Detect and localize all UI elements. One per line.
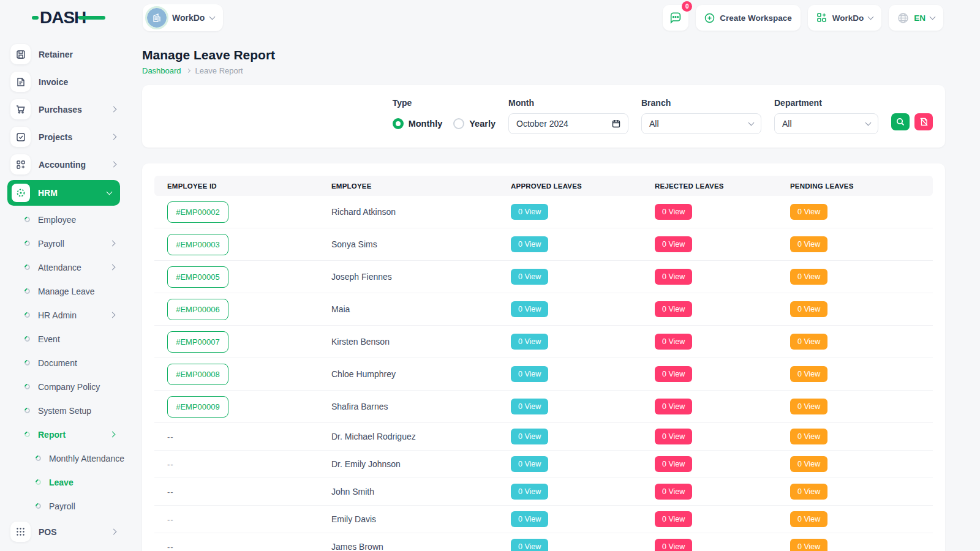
pending-leaves-badge[interactable]: 0 View	[790, 399, 827, 414]
sidebar-item-leave[interactable]: Leave	[7, 470, 132, 494]
sidebar-item-accounting[interactable]: Accounting	[7, 151, 132, 178]
rejected-leaves-badge[interactable]: 0 View	[655, 539, 692, 551]
create-workspace-button[interactable]: Create Workspace	[696, 5, 801, 31]
approved-leaves-badge[interactable]: 0 View	[511, 334, 548, 350]
department-value: All	[782, 119, 866, 129]
rejected-leaves-badge[interactable]: 0 View	[655, 301, 692, 317]
pending-leaves-badge[interactable]: 0 View	[790, 484, 827, 500]
branch-value: All	[649, 119, 749, 129]
approved-leaves-badge[interactable]: 0 View	[511, 484, 548, 500]
approved-leaves-badge[interactable]: 0 View	[511, 429, 548, 444]
employee-name: Chloe Humphrey	[318, 369, 498, 379]
sidebar-item-attendance[interactable]: Attendance	[7, 255, 132, 279]
employee-name: Dr. Emily Johnson	[318, 459, 498, 469]
pending-leaves-badge[interactable]: 0 View	[790, 301, 827, 317]
rejected-leaves-badge[interactable]: 0 View	[655, 511, 692, 527]
pending-leaves-badge[interactable]: 0 View	[790, 334, 827, 350]
sidebar-item-manage-leave[interactable]: Manage Leave	[7, 279, 132, 303]
approved-leaves-badge[interactable]: 0 View	[511, 301, 548, 317]
chevron-right-icon	[110, 264, 116, 271]
department-label: Department	[774, 98, 878, 108]
logo-dash-right	[78, 16, 105, 20]
bullet-icon	[23, 287, 31, 295]
approved-leaves-badge[interactable]: 0 View	[511, 204, 548, 220]
month-input[interactable]: October 2024	[508, 113, 628, 134]
globe-icon	[897, 12, 909, 24]
reset-filter-button[interactable]	[914, 113, 933, 130]
approved-leaves-badge[interactable]: 0 View	[511, 539, 548, 551]
approved-leaves-badge[interactable]: 0 View	[511, 269, 548, 285]
approved-leaves-badge[interactable]: 0 View	[511, 236, 548, 252]
sidebar-item-hr-admin[interactable]: HR Admin	[7, 303, 132, 327]
chevron-right-icon	[110, 432, 116, 438]
main-content: Manage Leave Report Dashboard Leave Repo…	[142, 36, 945, 551]
approved-leaves-badge[interactable]: 0 View	[511, 366, 548, 382]
employee-id-button[interactable]: #EMP00006	[167, 299, 228, 320]
sidebar-item-event[interactable]: Event	[7, 327, 132, 351]
rejected-leaves-badge[interactable]: 0 View	[655, 399, 692, 414]
employee-id-button[interactable]: #EMP00002	[167, 201, 228, 223]
employee-id-button[interactable]: #EMP00005	[167, 266, 228, 288]
sidebar-item-report[interactable]: Report	[7, 422, 132, 446]
rejected-leaves-badge[interactable]: 0 View	[655, 366, 692, 382]
sidebar-item-pos[interactable]: POS	[7, 518, 132, 545]
sidebar-item-report-payroll[interactable]: Payroll	[7, 494, 132, 518]
breadcrumb-dashboard-link[interactable]: Dashboard	[142, 66, 181, 75]
apps-menu-button[interactable]: WorkDo	[808, 5, 882, 31]
table-row: #EMP00009 Shafira Barnes 0 View 0 View 0…	[154, 391, 933, 423]
rejected-leaves-badge[interactable]: 0 View	[655, 269, 692, 285]
employee-id-button[interactable]: #EMP00009	[167, 396, 228, 418]
approved-leaves-badge[interactable]: 0 View	[511, 399, 548, 414]
rejected-leaves-badge[interactable]: 0 View	[655, 429, 692, 444]
rejected-leaves-badge[interactable]: 0 View	[655, 204, 692, 220]
rejected-leaves-badge[interactable]: 0 View	[655, 334, 692, 350]
sidebar-item-system-setup[interactable]: System Setup	[7, 399, 132, 422]
messages-button[interactable]: 0	[663, 5, 688, 31]
table-row: -- John Smith 0 View 0 View 0 View	[154, 478, 933, 506]
calendar-icon	[612, 119, 620, 128]
brand-logo[interactable]: DASH	[32, 9, 105, 27]
employee-id-button[interactable]: #EMP00003	[167, 234, 228, 255]
sidebar-item-hrm[interactable]: HRM	[7, 180, 120, 206]
pending-leaves-badge[interactable]: 0 View	[790, 204, 827, 220]
pending-leaves-badge[interactable]: 0 View	[790, 429, 827, 444]
sidebar-item-employee[interactable]: Employee	[7, 208, 132, 231]
yearly-radio[interactable]: Yearly	[453, 118, 496, 129]
workspace-switcher[interactable]: WorkDo	[143, 4, 223, 31]
pending-leaves-badge[interactable]: 0 View	[790, 236, 827, 252]
rejected-leaves-badge[interactable]: 0 View	[655, 484, 692, 500]
search-button[interactable]	[891, 113, 910, 130]
sidebar-item-payroll[interactable]: Payroll	[7, 231, 132, 255]
department-select[interactable]: All	[774, 113, 878, 134]
monthly-radio[interactable]: Monthly	[393, 118, 443, 129]
employee-id-button[interactable]: #EMP00008	[167, 364, 228, 385]
language-selector[interactable]: EN	[889, 5, 943, 31]
monthly-radio-label: Monthly	[409, 119, 443, 129]
table-row: -- Dr. Emily Johnson 0 View 0 View 0 Vie…	[154, 451, 933, 478]
check-square-icon	[10, 127, 31, 147]
pending-leaves-badge[interactable]: 0 View	[790, 366, 827, 382]
pending-leaves-badge[interactable]: 0 View	[790, 511, 827, 527]
approved-leaves-badge[interactable]: 0 View	[511, 511, 548, 527]
radio-checked-icon[interactable]	[393, 118, 404, 129]
employee-id-button[interactable]: #EMP00007	[167, 331, 228, 353]
radio-unchecked-icon[interactable]	[453, 118, 464, 129]
pending-leaves-badge[interactable]: 0 View	[790, 539, 827, 551]
sidebar-item-purchases[interactable]: Purchases	[7, 96, 132, 123]
rejected-leaves-badge[interactable]: 0 View	[655, 236, 692, 252]
branch-select[interactable]: All	[641, 113, 761, 134]
sidebar-item-company-policy[interactable]: Company Policy	[7, 375, 132, 399]
sidebar-item-invoice[interactable]: Invoice	[7, 68, 132, 96]
sidebar-item-document[interactable]: Document	[7, 351, 132, 375]
employee-name: Joseph Fiennes	[318, 272, 498, 282]
sidebar-item-monthly-attendance[interactable]: Monthly Attendance	[7, 446, 132, 470]
pending-leaves-badge[interactable]: 0 View	[790, 456, 827, 472]
sidebar-item-retainer[interactable]: Retainer	[7, 40, 132, 68]
pending-leaves-badge[interactable]: 0 View	[790, 269, 827, 285]
employee-id-empty: --	[154, 432, 318, 441]
rejected-leaves-badge[interactable]: 0 View	[655, 456, 692, 472]
sidebar-item-projects[interactable]: Projects	[7, 123, 132, 151]
sidebar-label: Monthly Attendance	[49, 454, 124, 463]
approved-leaves-badge[interactable]: 0 View	[511, 456, 548, 472]
sidebar-label: Payroll	[38, 239, 64, 249]
